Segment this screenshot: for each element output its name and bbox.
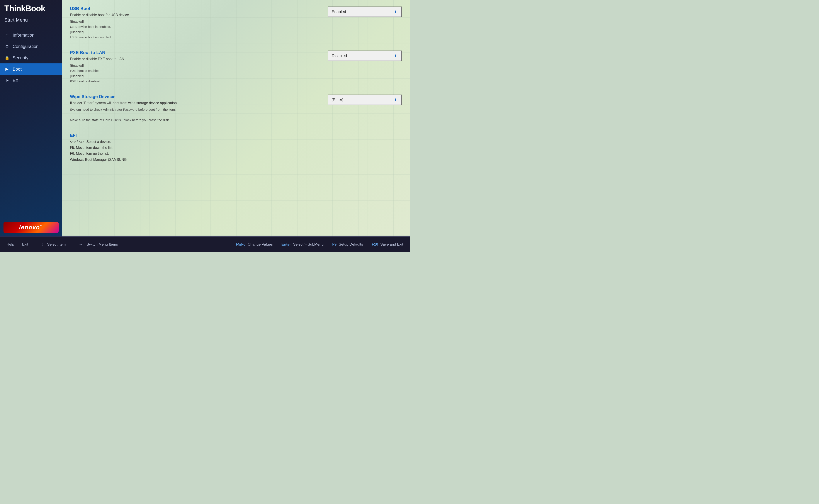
- information-icon: ⌂: [4, 32, 10, 38]
- divider-3: [70, 129, 402, 129]
- divider-2: [70, 90, 402, 90]
- pxe-boot-detail: [Enabled]PXE boot is enabled.[Disabled]P…: [70, 63, 323, 84]
- usb-boot-title: USB Boot: [70, 6, 323, 11]
- usb-boot-row: USB Boot Enable or disable boot for USB …: [70, 6, 402, 40]
- sidebar-item-label-information: Information: [13, 33, 34, 38]
- setup-defaults-label: Setup Defaults: [339, 242, 363, 247]
- wipe-storage-arrow-icon: ⠇: [395, 97, 398, 102]
- content-area: USB Boot Enable or disable boot for USB …: [62, 0, 410, 236]
- setup-defaults-pair: F9 Setup Defaults: [332, 242, 363, 247]
- boot-icon: ▶: [4, 66, 10, 72]
- configuration-icon: ⚙: [4, 44, 10, 49]
- sidebar-item-exit[interactable]: ➤EXIT: [0, 75, 62, 86]
- bottom-switch-keys: ↔ Switch Menu Items: [79, 242, 118, 247]
- usb-boot-detail: [Enabled]USB device boot is enabled.[Dis…: [70, 19, 323, 40]
- wipe-storage-dropdown[interactable]: [Enter] ⠇: [328, 95, 402, 105]
- usb-boot-desc: Enable or disable boot for USB device.: [70, 12, 323, 18]
- switch-menu-label: Switch Menu Items: [87, 242, 118, 247]
- sidebar-item-configuration[interactable]: ⚙Configuration: [0, 41, 62, 52]
- wipe-storage-desc: If select "Enter",system will boot from …: [70, 100, 323, 106]
- efi-text: <↑> / <↓>: Select a device. F5: Move ite…: [70, 139, 402, 163]
- wipe-storage-title: Wipe Storage Devices: [70, 94, 323, 99]
- pxe-boot-desc: Enable or disable PXE boot to LAN.: [70, 56, 323, 62]
- bottom-right-keys: F5/F6 Change Values Enter Select > SubMe…: [236, 242, 403, 247]
- pxe-boot-section: PXE Boot to LAN Enable or disable PXE bo…: [70, 50, 402, 84]
- usb-boot-section: USB Boot Enable or disable boot for USB …: [70, 6, 402, 40]
- exit-label: Exit: [22, 242, 28, 247]
- sidebar-item-security[interactable]: 🔒Security: [0, 52, 62, 63]
- enter-key: Enter: [282, 242, 291, 247]
- wipe-storage-section: Wipe Storage Devices If select "Enter",s…: [70, 94, 402, 123]
- change-values-label: Change Values: [248, 242, 273, 247]
- exit-icon: ➤: [4, 78, 10, 83]
- lenovo-logo: lenovo™: [3, 222, 59, 233]
- select-item-label: Select Item: [47, 242, 66, 247]
- change-values-pair: F5/F6 Change Values: [236, 242, 273, 247]
- wipe-storage-detail: System need to check Administrator Passw…: [70, 107, 323, 123]
- save-exit-label: Save and Exit: [380, 242, 403, 247]
- pxe-boot-dropdown[interactable]: Disabled ⠇: [328, 51, 402, 61]
- sidebar-nav: ⌂Information⚙Configuration🔒Security▶Boot…: [0, 27, 62, 218]
- wipe-storage-text: Wipe Storage Devices If select "Enter",s…: [70, 94, 323, 123]
- efi-title: EFI: [70, 133, 402, 138]
- divider-1: [70, 46, 402, 46]
- sidebar-menu-title: Start Menu: [0, 15, 62, 27]
- logo-text: ThinkBook: [4, 4, 58, 13]
- bottom-nav-keys: ↕ Select Item: [41, 242, 66, 247]
- usb-boot-arrow-icon: ⠇: [395, 9, 398, 14]
- pxe-boot-text: PXE Boot to LAN Enable or disable PXE bo…: [70, 50, 323, 84]
- wipe-storage-row: Wipe Storage Devices If select "Enter",s…: [70, 94, 402, 123]
- submenu-label: Select > SubMenu: [293, 242, 323, 247]
- sidebar: ThinkBook Start Menu ⌂Information⚙Config…: [0, 0, 62, 236]
- pxe-boot-value: Disabled: [332, 54, 347, 58]
- switch-menu-icon: ↔: [79, 242, 83, 247]
- select-item-icon: ↕: [41, 242, 43, 247]
- efi-section: EFI <↑> / <↓>: Select a device. F5: Move…: [70, 133, 402, 163]
- sidebar-item-label-configuration: Configuration: [13, 44, 39, 49]
- submenu-pair: Enter Select > SubMenu: [282, 242, 324, 247]
- usb-boot-value: Enabled: [332, 10, 346, 14]
- sidebar-bottom: lenovo™: [0, 218, 62, 236]
- pxe-boot-row: PXE Boot to LAN Enable or disable PXE bo…: [70, 50, 402, 84]
- sidebar-item-information[interactable]: ⌂Information: [0, 29, 62, 41]
- security-icon: 🔒: [4, 55, 10, 60]
- pxe-boot-title: PXE Boot to LAN: [70, 50, 323, 55]
- sidebar-item-label-exit: EXIT: [13, 78, 22, 83]
- sidebar-item-label-boot: Boot: [13, 67, 22, 72]
- wipe-storage-value: [Enter]: [332, 98, 343, 102]
- usb-boot-text: USB Boot Enable or disable boot for USB …: [70, 6, 323, 40]
- pxe-boot-arrow-icon: ⠇: [395, 53, 398, 58]
- f10-key: F10: [372, 242, 378, 247]
- usb-boot-dropdown[interactable]: Enabled ⠇: [328, 7, 402, 17]
- sidebar-item-label-security: Security: [13, 55, 28, 60]
- f9-key: F9: [332, 242, 336, 247]
- sidebar-item-boot[interactable]: ▶Boot: [0, 63, 62, 75]
- help-label: Help: [7, 242, 14, 247]
- f5f6-key: F5/F6: [236, 242, 245, 247]
- save-exit-pair: F10 Save and Exit: [372, 242, 403, 247]
- bottom-help-exit: Help Exit: [7, 242, 28, 247]
- bottom-bar: Help Exit ↕ Select Item ↔ Switch Menu It…: [0, 236, 410, 252]
- sidebar-logo-area: ThinkBook: [0, 0, 62, 15]
